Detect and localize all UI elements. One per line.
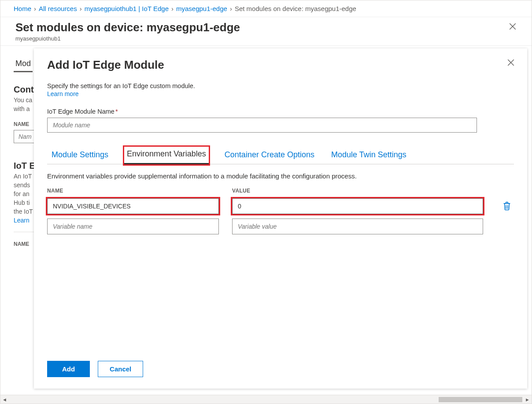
- chevron-right-icon: ›: [33, 5, 37, 12]
- close-icon: [509, 22, 517, 30]
- tab-container-create-options[interactable]: Container Create Options: [224, 148, 315, 164]
- panel-description: Specify the settings for an IoT Edge cus…: [47, 82, 514, 89]
- underlay-tab[interactable]: Mod: [14, 55, 33, 72]
- panel-footer: Add Cancel: [34, 353, 527, 389]
- horizontal-scrollbar[interactable]: ◄ ►: [0, 395, 532, 404]
- module-name-input[interactable]: [47, 118, 477, 133]
- env-variables-description: Environment variables provide supplement…: [47, 172, 514, 180]
- chevron-right-icon: ›: [79, 5, 83, 12]
- page-header: Set modules on device: myasegpu1-edge my…: [0, 17, 532, 46]
- close-icon: [507, 59, 515, 67]
- learn-more-link[interactable]: Learn more: [47, 90, 79, 97]
- scroll-track[interactable]: [10, 397, 522, 402]
- breadcrumb-home[interactable]: Home: [14, 5, 31, 12]
- env-var-name-input[interactable]: [47, 198, 219, 214]
- module-name-label: IoT Edge Module Name*: [47, 108, 514, 115]
- breadcrumb-hub[interactable]: myasegpuiothub1 | IoT Edge: [85, 5, 169, 12]
- scroll-left-icon[interactable]: ◄: [2, 397, 7, 402]
- env-value-header: VALUE: [232, 188, 483, 194]
- underlay-learn-link[interactable]: Learn: [14, 217, 30, 224]
- add-module-panel: Add IoT Edge Module Specify the settings…: [34, 48, 527, 389]
- chevron-right-icon: ›: [229, 5, 233, 12]
- tab-module-twin-settings[interactable]: Module Twin Settings: [330, 148, 407, 164]
- close-panel-button[interactable]: [504, 58, 517, 68]
- module-sub-tabs: Module Settings Environment Variables Co…: [47, 147, 514, 164]
- scroll-thumb[interactable]: [439, 397, 522, 402]
- required-indicator: *: [115, 108, 118, 115]
- breadcrumb: Home › All resources › myasegpuiothub1 |…: [0, 0, 532, 17]
- tab-environment-variables[interactable]: Environment Variables: [124, 147, 209, 164]
- env-var-value-input[interactable]: [232, 198, 483, 214]
- trash-icon: [502, 201, 511, 211]
- close-page-button[interactable]: [507, 21, 518, 33]
- env-name-header: NAME: [47, 188, 219, 194]
- env-var-value-placeholder-input[interactable]: [232, 219, 483, 234]
- breadcrumb-device[interactable]: myasegpu1-edge: [176, 5, 227, 12]
- breadcrumb-current: Set modules on device: myasegpu1-edge: [235, 5, 356, 12]
- env-var-name-placeholder-input[interactable]: [47, 219, 219, 234]
- add-button[interactable]: Add: [47, 361, 90, 377]
- page-title: Set modules on device: myasegpu1-edge: [15, 21, 240, 34]
- panel-title: Add IoT Edge Module: [47, 58, 514, 72]
- cancel-button[interactable]: Cancel: [98, 361, 143, 377]
- breadcrumb-all-resources[interactable]: All resources: [39, 5, 77, 12]
- delete-env-var-button[interactable]: [496, 201, 517, 211]
- scroll-right-icon[interactable]: ►: [525, 397, 530, 402]
- tab-module-settings[interactable]: Module Settings: [47, 148, 109, 164]
- page-subtitle: myasegpuiothub1: [15, 35, 240, 42]
- chevron-right-icon: ›: [170, 5, 174, 12]
